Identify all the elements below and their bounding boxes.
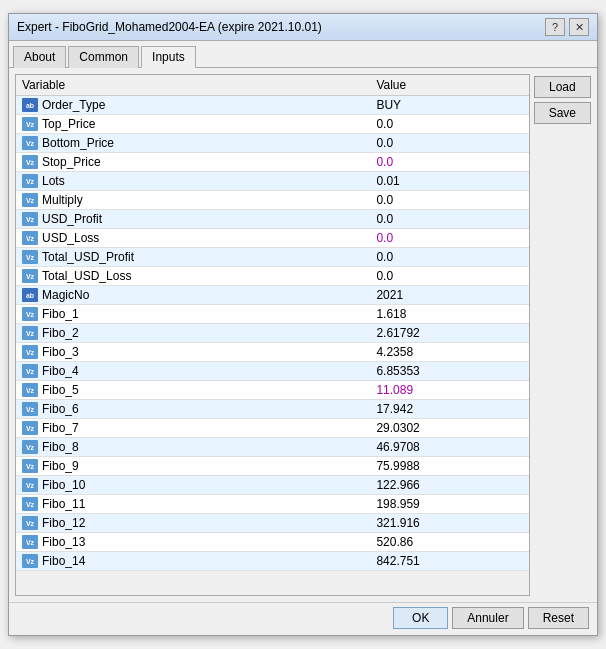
var-value: 0.0 (370, 248, 528, 267)
var-name: Fibo_10 (42, 478, 85, 492)
help-button[interactable]: ? (545, 18, 565, 36)
var-name: Fibo_13 (42, 535, 85, 549)
table-row[interactable]: Vz Total_USD_Profit 0.0 (16, 248, 529, 267)
reset-button[interactable]: Reset (528, 607, 589, 629)
footer: OK Annuler Reset (9, 602, 597, 635)
var-value: 842.751 (370, 552, 528, 571)
table-row[interactable]: Vz Fibo_7 29.0302 (16, 419, 529, 438)
table-row[interactable]: Vz Fibo_10 122.966 (16, 476, 529, 495)
table-row[interactable]: Vz Stop_Price 0.0 (16, 153, 529, 172)
table-row[interactable]: Vz Fibo_1 1.618 (16, 305, 529, 324)
table-row[interactable]: Vz Fibo_12 321.916 (16, 514, 529, 533)
var-name: Fibo_3 (42, 345, 79, 359)
table-row[interactable]: Vz Bottom_Price 0.0 (16, 134, 529, 153)
var-value: 2021 (370, 286, 528, 305)
var-icon: Vz (22, 136, 38, 150)
var-icon: Vz (22, 402, 38, 416)
table-row[interactable]: Vz Fibo_5 11.089 (16, 381, 529, 400)
table-row[interactable]: Vz Fibo_9 75.9988 (16, 457, 529, 476)
var-name: Bottom_Price (42, 136, 114, 150)
var-icon: Vz (22, 269, 38, 283)
var-value: 122.966 (370, 476, 528, 495)
var-value: BUY (370, 96, 528, 115)
var-value: 6.85353 (370, 362, 528, 381)
ok-button[interactable]: OK (393, 607, 448, 629)
var-value: 0.0 (370, 153, 528, 172)
var-value: 0.0 (370, 267, 528, 286)
table-row[interactable]: Vz Fibo_11 198.959 (16, 495, 529, 514)
close-button[interactable]: ✕ (569, 18, 589, 36)
table-row[interactable]: Vz Total_USD_Loss 0.0 (16, 267, 529, 286)
tab-about[interactable]: About (13, 46, 66, 68)
annuler-button[interactable]: Annuler (452, 607, 523, 629)
var-value: 4.2358 (370, 343, 528, 362)
var-icon: Vz (22, 326, 38, 340)
load-button[interactable]: Load (534, 76, 591, 98)
var-name: Fibo_2 (42, 326, 79, 340)
var-icon: Vz (22, 345, 38, 359)
main-area: Variable Value ab Order_Type BUY Vz Top_… (9, 68, 597, 602)
var-name: Top_Price (42, 117, 95, 131)
var-value: 29.0302 (370, 419, 528, 438)
var-name: Total_USD_Profit (42, 250, 134, 264)
var-value: 1.618 (370, 305, 528, 324)
table-row[interactable]: Vz Fibo_2 2.61792 (16, 324, 529, 343)
table-scroll[interactable]: Variable Value ab Order_Type BUY Vz Top_… (16, 75, 529, 595)
var-name: Fibo_4 (42, 364, 79, 378)
table-row[interactable]: Vz Fibo_6 17.942 (16, 400, 529, 419)
table-row[interactable]: Vz Top_Price 0.0 (16, 115, 529, 134)
table-row[interactable]: ab MagicNo 2021 (16, 286, 529, 305)
side-buttons: Load Save (534, 74, 591, 596)
tab-bar: About Common Inputs (9, 41, 597, 68)
var-icon: Vz (22, 421, 38, 435)
inputs-table: Variable Value ab Order_Type BUY Vz Top_… (16, 75, 529, 571)
var-value: 0.0 (370, 210, 528, 229)
main-window: Expert - FiboGrid_Mohamed2004-EA (expire… (8, 13, 598, 636)
var-name: Order_Type (42, 98, 105, 112)
table-row[interactable]: Vz USD_Profit 0.0 (16, 210, 529, 229)
col-header-variable: Variable (16, 75, 370, 96)
table-row[interactable]: Vz Fibo_3 4.2358 (16, 343, 529, 362)
table-row[interactable]: Vz Multiply 0.0 (16, 191, 529, 210)
inputs-table-wrapper: Variable Value ab Order_Type BUY Vz Top_… (15, 74, 530, 596)
var-name: Fibo_11 (42, 497, 85, 511)
var-icon: Vz (22, 497, 38, 511)
var-value: 198.959 (370, 495, 528, 514)
var-name: USD_Profit (42, 212, 102, 226)
table-row[interactable]: Vz Lots 0.01 (16, 172, 529, 191)
var-value: 17.942 (370, 400, 528, 419)
var-icon: Vz (22, 516, 38, 530)
table-row[interactable]: Vz Fibo_13 520.86 (16, 533, 529, 552)
var-icon: Vz (22, 364, 38, 378)
var-value: 0.0 (370, 229, 528, 248)
table-row[interactable]: ab Order_Type BUY (16, 96, 529, 115)
var-icon: Vz (22, 193, 38, 207)
save-button[interactable]: Save (534, 102, 591, 124)
window-title: Expert - FiboGrid_Mohamed2004-EA (expire… (17, 20, 545, 34)
var-name: Fibo_9 (42, 459, 79, 473)
var-icon: Vz (22, 554, 38, 568)
var-name: Fibo_1 (42, 307, 79, 321)
var-value: 46.9708 (370, 438, 528, 457)
var-icon: Vz (22, 478, 38, 492)
table-row[interactable]: Vz USD_Loss 0.0 (16, 229, 529, 248)
table-row[interactable]: Vz Fibo_4 6.85353 (16, 362, 529, 381)
var-icon: Vz (22, 307, 38, 321)
table-row[interactable]: Vz Fibo_14 842.751 (16, 552, 529, 571)
tab-inputs[interactable]: Inputs (141, 46, 196, 68)
table-row[interactable]: Vz Fibo_8 46.9708 (16, 438, 529, 457)
col-header-value: Value (370, 75, 528, 96)
var-icon: Vz (22, 212, 38, 226)
var-name: MagicNo (42, 288, 89, 302)
var-value: 520.86 (370, 533, 528, 552)
var-value: 0.0 (370, 134, 528, 153)
var-value: 321.916 (370, 514, 528, 533)
var-name: Total_USD_Loss (42, 269, 131, 283)
var-value: 2.61792 (370, 324, 528, 343)
var-icon: Vz (22, 440, 38, 454)
title-bar: Expert - FiboGrid_Mohamed2004-EA (expire… (9, 14, 597, 41)
var-icon: Vz (22, 231, 38, 245)
var-icon: Vz (22, 155, 38, 169)
var-value: 11.089 (370, 381, 528, 400)
tab-common[interactable]: Common (68, 46, 139, 68)
